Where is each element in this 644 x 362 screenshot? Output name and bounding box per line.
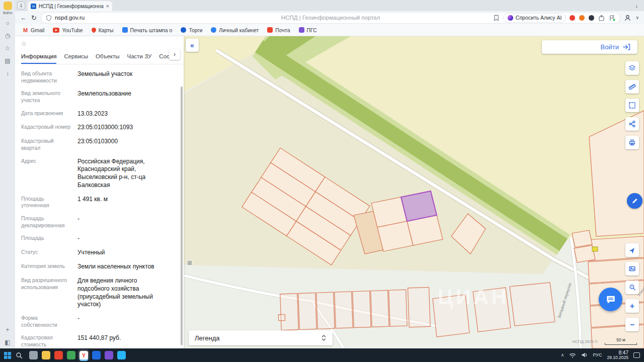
profile-icon[interactable]	[624, 15, 631, 21]
downloads-button-icon[interactable]: ↓	[635, 3, 638, 9]
bookmark-flag-icon[interactable]	[493, 15, 500, 21]
reload-icon[interactable]: ↻	[31, 15, 37, 21]
bookmark-youtube[interactable]: YouTube	[53, 27, 83, 33]
volume-icon[interactable]	[581, 352, 588, 358]
puzzle-extensions-icon[interactable]	[598, 15, 605, 21]
cadastral-parcel[interactable]	[473, 288, 511, 332]
address-bar: ← ↻ nspd.gov.ru НСПД | Геоинформационный…	[15, 11, 644, 24]
search-place-icon[interactable]	[625, 281, 639, 294]
notification-center-icon[interactable]	[633, 352, 640, 358]
bookmark-torgi[interactable]: Торги	[181, 27, 202, 33]
add-icon[interactable]: +	[0, 323, 15, 336]
chat-support-button[interactable]	[599, 288, 622, 311]
panel-scrollbar[interactable]	[181, 86, 183, 345]
favorite-star-icon[interactable]: ☆	[21, 40, 27, 47]
zoom-in-button[interactable]: +	[625, 299, 639, 313]
tabs-scroll-next-button[interactable]: ›	[169, 49, 180, 60]
language-indicator[interactable]: РУС	[593, 352, 602, 357]
field-row: СтатусУчтенный	[21, 249, 170, 257]
back-icon[interactable]: ←	[20, 15, 27, 21]
clock-date: 29.10.2025	[607, 355, 628, 360]
field-label: Кадастровый номер	[21, 124, 72, 132]
system-tray: ∧ РУС 8:47 29.10.2025	[561, 350, 640, 360]
tab-objects[interactable]: Объекты	[96, 51, 119, 64]
extension-icon-orange[interactable]	[579, 15, 585, 21]
bookmark-stamp[interactable]: Печать штампа о	[122, 27, 173, 33]
cadastral-parcel[interactable]	[433, 295, 469, 337]
tab-information[interactable]: Информация	[21, 51, 56, 64]
tabs-icon[interactable]: ▤	[0, 54, 15, 67]
torgi-icon	[181, 27, 186, 33]
share-icon[interactable]	[625, 117, 639, 131]
draw-feedback-button[interactable]	[627, 193, 642, 209]
tab-counter-badge[interactable]: 1	[17, 2, 25, 10]
taskbar-app-icon[interactable]	[117, 351, 126, 359]
field-label: Площадь	[21, 235, 72, 243]
alice-orb-icon	[508, 15, 513, 21]
bookmark-pgs[interactable]: ПГС	[299, 27, 317, 33]
flag-badge-icon[interactable]	[609, 15, 615, 21]
tab-services[interactable]: Сервисы	[64, 51, 88, 64]
browser-tab[interactable]: Н НСПД | Геоинформационна... ×	[28, 1, 112, 11]
taskbar-search-icon[interactable]	[16, 352, 23, 359]
map-canvas[interactable]: Западный переулок Улица	[184, 36, 644, 348]
field-row: Форма собственности-	[21, 315, 170, 328]
legend-expand-icon[interactable]	[321, 334, 327, 341]
taskbar-app-icon[interactable]	[105, 351, 113, 359]
field-label: Статус	[21, 249, 72, 257]
tab-parcel-parts[interactable]: Части ЗУ	[127, 51, 152, 64]
bookmarks-icon[interactable]: ☆	[0, 42, 15, 54]
map-login-button[interactable]: Войти	[542, 40, 637, 54]
cadastral-parcel[interactable]	[572, 230, 592, 247]
downloads-icon[interactable]: ↓	[0, 67, 15, 79]
cadastral-parcel[interactable]	[510, 283, 555, 326]
locate-icon[interactable]	[625, 243, 639, 257]
taskbar-app-icon[interactable]	[67, 351, 75, 359]
field-label: Форма собственности	[21, 315, 72, 328]
map-marker	[187, 260, 192, 265]
print-icon[interactable]	[625, 136, 639, 149]
tray-expand-icon[interactable]: ∧	[561, 352, 565, 357]
field-label: Вид разрешенного использования	[21, 277, 72, 309]
ask-alice-button[interactable]: Спросить Алису AI	[504, 14, 566, 22]
history-icon[interactable]: ◷	[0, 29, 15, 42]
taskbar-clock[interactable]: 8:47 29.10.2025	[607, 350, 628, 360]
field-value: Российская Федерация, Краснодарский край…	[77, 158, 170, 190]
zoom-out-button[interactable]: −	[625, 318, 639, 331]
field-value: 13.03.2023	[77, 110, 170, 118]
bookmark-account[interactable]: Личный кабинет	[211, 27, 259, 33]
url-omnibox[interactable]: nspd.gov.ru НСПД | Геоинформационный пор…	[41, 13, 620, 23]
field-value: 151 440,87 руб.	[77, 334, 170, 348]
chevron-down-icon[interactable]: ∨	[635, 16, 639, 20]
browser-chrome: 1 Н НСПД | Геоинформационна... × ↓ ← ↻ n…	[15, 0, 644, 36]
taskbar-app-yandex-active[interactable]: Y	[79, 351, 88, 359]
legend-bar[interactable]: Легенда	[189, 330, 333, 345]
taskbar-app-icon[interactable]	[92, 351, 101, 359]
chat-bubble-icon	[605, 294, 616, 305]
alice-icon[interactable]: ○	[0, 17, 15, 29]
ruler-icon[interactable]	[625, 80, 639, 94]
tab-bar: 1 Н НСПД | Геоинформационна... × ↓	[15, 0, 644, 11]
taskbar-app-icon[interactable]	[42, 351, 50, 359]
bookmark-mail[interactable]: Почта	[267, 27, 290, 33]
field-label: Площадь декларированная	[21, 215, 72, 229]
sidebar-login-label[interactable]: Войти	[3, 11, 12, 15]
tab-close-icon[interactable]: ×	[106, 3, 109, 9]
start-button[interactable]	[4, 352, 11, 359]
layers-icon[interactable]	[625, 61, 639, 75]
selected-parcel[interactable]	[401, 191, 437, 221]
extension-icon-dark[interactable]	[589, 15, 594, 21]
extension-icon-red[interactable]	[570, 15, 575, 21]
profile-avatar[interactable]	[4, 2, 12, 10]
taskbar-app-icon[interactable]	[29, 351, 38, 359]
taskbar-app-icon[interactable]	[54, 351, 63, 359]
select-area-icon[interactable]	[625, 99, 639, 112]
bookmark-maps[interactable]: Карты	[92, 27, 114, 33]
panel-toggle-icon[interactable]: ◧	[0, 336, 15, 348]
panel-collapse-button[interactable]: «	[186, 39, 199, 52]
field-value: 1 491 кв. м	[77, 196, 170, 209]
bookmark-gmail[interactable]: MGmail	[23, 27, 44, 33]
panel-tabs: Информация Сервисы Объекты Части ЗУ Сост…	[21, 51, 184, 64]
wifi-icon[interactable]	[569, 352, 576, 358]
panorama-icon[interactable]	[625, 262, 639, 276]
